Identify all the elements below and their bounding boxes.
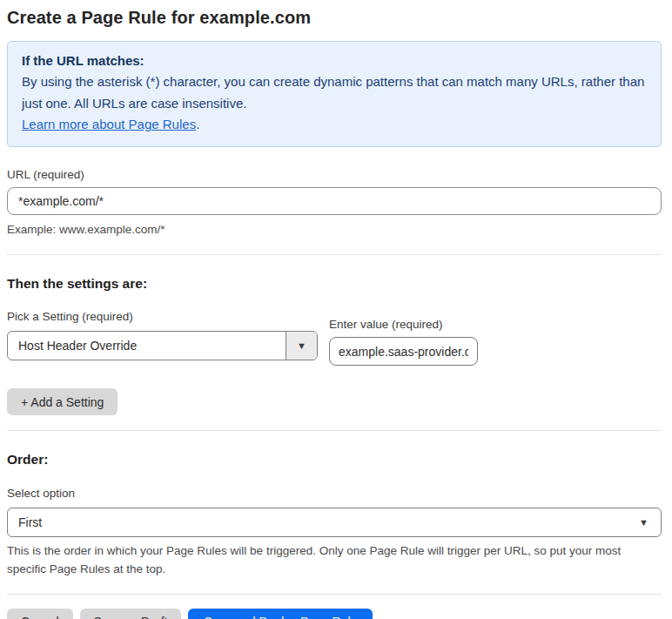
setting-select[interactable]: Host Header Override ▼: [7, 331, 318, 360]
setting-value-input[interactable]: [329, 337, 478, 366]
save-as-draft-button[interactable]: Save as Draft: [80, 609, 182, 619]
learn-more-link[interactable]: Learn more about Page Rules: [22, 117, 196, 131]
add-setting-button[interactable]: + Add a Setting: [7, 388, 118, 415]
settings-section-heading: Then the settings are:: [7, 276, 662, 292]
chevron-down-icon: ▼: [639, 518, 648, 528]
save-and-deploy-button[interactable]: Save and Deploy Page Rule: [188, 609, 373, 619]
url-field-label: URL (required): [7, 168, 662, 181]
cancel-button[interactable]: Cancel: [7, 609, 73, 619]
chevron-down-icon: ▼: [297, 341, 306, 351]
setting-value-label: Enter value (required): [329, 318, 478, 331]
setting-select-value: Host Header Override: [8, 332, 286, 360]
order-section-heading: Order:: [7, 452, 662, 468]
setting-picker-column: Pick a Setting (required) Host Header Ov…: [7, 310, 318, 360]
footer-actions: Cancel Save as Draft Save and Deploy Pag…: [7, 609, 662, 619]
create-page-rule-form: Create a Page Rule for example.com If th…: [0, 8, 672, 619]
order-select[interactable]: First ▼: [7, 508, 662, 537]
settings-row: Pick a Setting (required) Host Header Ov…: [7, 310, 662, 366]
setting-picker-label: Pick a Setting (required): [7, 310, 318, 323]
page-title: Create a Page Rule for example.com: [7, 8, 662, 28]
url-match-info-box: If the URL matches: By using the asteris…: [7, 41, 662, 147]
order-select-value: First: [18, 515, 42, 529]
order-select-label: Select option: [7, 487, 662, 500]
divider: [7, 430, 662, 431]
divider: [7, 594, 662, 595]
info-box-body: By using the asterisk (*) character, you…: [22, 71, 647, 114]
url-helper-text: Example: www.example.com/*: [7, 221, 662, 239]
info-box-heading: If the URL matches:: [22, 50, 647, 71]
setting-value-column: Enter value (required): [329, 318, 478, 366]
url-input[interactable]: [7, 187, 662, 215]
info-box-link-line: Learn more about Page Rules.: [22, 114, 647, 135]
link-period: .: [196, 117, 199, 131]
setting-select-button[interactable]: ▼: [286, 332, 317, 360]
order-helper-text: This is the order in which your Page Rul…: [7, 542, 655, 579]
divider: [7, 254, 662, 255]
